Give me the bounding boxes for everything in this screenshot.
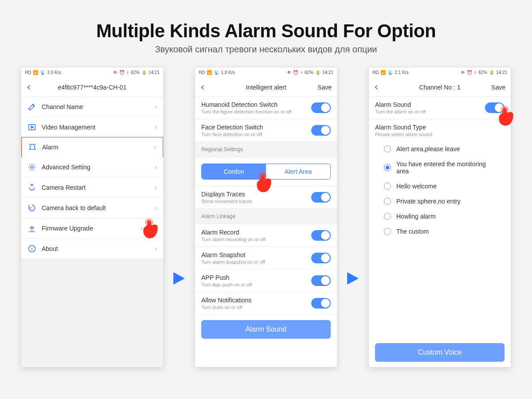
alarm-status-icon: ⏰ [293, 70, 298, 75]
pencil-icon [27, 102, 36, 111]
setting-desc: Turn push on or off [201, 305, 252, 310]
setting-desc: Please select alarm sound [375, 132, 432, 137]
setting-title: Displays Traces [201, 191, 252, 198]
row-about[interactable]: About › [21, 239, 163, 259]
setting-title: Allow Notifications [201, 297, 252, 304]
setting-desc: Turn the figure detection function on or… [201, 109, 292, 114]
radio-entered-monitoring[interactable]: You have entered the monitoring area [369, 156, 511, 179]
chevron-right-icon: › [154, 143, 156, 151]
radio-private-no-entry[interactable]: Private sphere,no entry [369, 194, 511, 209]
radio-icon [384, 198, 391, 205]
save-button[interactable]: Save [317, 84, 332, 91]
chevron-right-icon: › [155, 204, 157, 212]
net-speed: 3.5 K/s [47, 70, 61, 75]
nav-bar: e4f6c977****4c9a-CH-01 [21, 78, 163, 97]
bluetooth-icon: ᚼ [300, 70, 303, 75]
regional-settings-header: Regional Settings [195, 142, 337, 157]
page-title: Multiple Kinds Alarm Sound For Option [0, 20, 532, 42]
back-button[interactable] [373, 84, 379, 90]
radio-alert-area-leave[interactable]: Alert area,please leave [369, 141, 511, 156]
setting-title: Humanoid Detection Switch [201, 101, 292, 108]
restart-icon [27, 183, 36, 192]
nav-title: Intelligent alert [246, 84, 286, 91]
back-button[interactable] [26, 84, 32, 90]
setting-title: Alarm Snapshot [201, 251, 265, 258]
row-label: Camera Restart [42, 184, 149, 191]
row-camera-default[interactable]: Camera back to default › [21, 198, 163, 218]
reset-icon [27, 203, 36, 212]
row-label: Advanced Setting [42, 164, 149, 171]
regional-segment: Cordon Alert Area [195, 157, 337, 186]
custom-voice-button[interactable]: Custom Voice [375, 343, 505, 362]
radio-hello-welcome[interactable]: Hello welcome [369, 179, 511, 194]
svg-marker-8 [173, 272, 185, 285]
face-switch[interactable] [311, 125, 331, 136]
radio-icon [384, 228, 391, 235]
back-button[interactable] [200, 84, 206, 90]
radio-icon [384, 164, 391, 171]
radio-icon [384, 213, 391, 220]
alarm-linkage-header: Alarm Linkage [195, 209, 337, 224]
arrow-right-icon [172, 270, 186, 288]
row-alarm[interactable]: Alarm › [21, 137, 163, 157]
bluetooth-icon: ᚼ [126, 70, 129, 75]
row-camera-restart[interactable]: Camera Restart › [21, 177, 163, 198]
radio-howling-alarm[interactable]: Howling alarm [369, 209, 511, 224]
row-displays-traces: Displays Traces Show movement traces [195, 186, 337, 209]
play-icon [27, 123, 36, 132]
row-label: Channel Name [42, 103, 149, 110]
notifications-switch[interactable] [311, 298, 331, 309]
seg-cordon[interactable]: Cordon [202, 164, 266, 179]
clock-time: 14:21 [149, 70, 160, 75]
radio-label: Private sphere,no entry [396, 198, 461, 205]
setting-desc: Turn App push on or off [201, 282, 252, 287]
gear-icon [27, 163, 36, 172]
row-alarm-record: Alarm Record Turn alarm recording on or … [195, 224, 337, 247]
save-button[interactable]: Save [491, 84, 505, 91]
radio-icon [384, 145, 391, 153]
latest-badge: Latest [141, 226, 154, 231]
traces-switch[interactable] [311, 192, 331, 203]
battery-icon: 🔋 [489, 70, 494, 75]
row-label: Video Management [42, 124, 149, 131]
setting-title: Face Detection Switch [201, 124, 263, 131]
row-channel-name[interactable]: Channel Name › [21, 97, 163, 117]
row-alarm-sound-type-header: Alarm Sound Type Please select alarm sou… [369, 119, 511, 141]
setting-desc: Turn the alarm on or off [375, 109, 426, 114]
push-switch[interactable] [311, 275, 331, 286]
seg-alert-area[interactable]: Alert Area [266, 164, 330, 179]
row-app-push: APP Push Turn App push on or off [195, 270, 337, 292]
alarm-status-icon: ⏰ [119, 70, 125, 75]
radio-label: Howling alarm [396, 213, 436, 220]
battery-level: 62% [305, 70, 313, 75]
row-allow-notifications: Allow Notifications Turn push on or off [195, 292, 337, 315]
snapshot-switch[interactable] [311, 253, 331, 263]
bluetooth-icon: ᚼ [474, 70, 477, 75]
radio-custom[interactable]: The custom [369, 224, 511, 239]
wifi-icon: 📡 [40, 70, 45, 75]
setting-desc: Show movement traces [201, 199, 252, 204]
row-label: Camera back to default [42, 204, 149, 211]
row-label: About [42, 245, 149, 252]
row-advanced-setting[interactable]: Advanced Setting › [21, 157, 163, 177]
battery-level: 62% [131, 70, 140, 75]
svg-marker-11 [347, 272, 359, 285]
row-alarm-snapshot: Alarm Snapshot Turn alarm snapshot on or… [195, 247, 337, 270]
status-bar: HD 📶 📡 3.5 K/s 👁 ⏰ ᚼ 62% 🔋 14:21 [21, 67, 163, 78]
status-bar: HD 📶 📡 1.8 K/s 👁 ⏰ ᚼ 62% 🔋 14:21 [195, 67, 337, 78]
alarm-sound-switch[interactable] [485, 102, 505, 113]
alarm-sound-button[interactable]: Alarm Sound [201, 320, 331, 339]
radio-label: Hello welcome [396, 183, 437, 190]
wifi-icon: 📡 [387, 70, 393, 75]
nav-title: e4f6c977****4c9a-CH-01 [58, 84, 127, 91]
row-firmware-upgrade[interactable]: Firmware Upgrade Latest [21, 218, 163, 239]
humanoid-switch[interactable] [311, 102, 331, 113]
chevron-right-icon: › [155, 245, 157, 253]
nav-bar: Intelligent alert Save [195, 78, 337, 97]
signal-icon: 📶 [207, 70, 212, 75]
chevron-right-icon: › [155, 184, 157, 192]
record-switch[interactable] [311, 230, 331, 241]
row-video-management[interactable]: Video Management › [21, 117, 163, 137]
nav-title: Channel No : 1 [419, 84, 460, 91]
radio-label: The custom [396, 228, 429, 235]
